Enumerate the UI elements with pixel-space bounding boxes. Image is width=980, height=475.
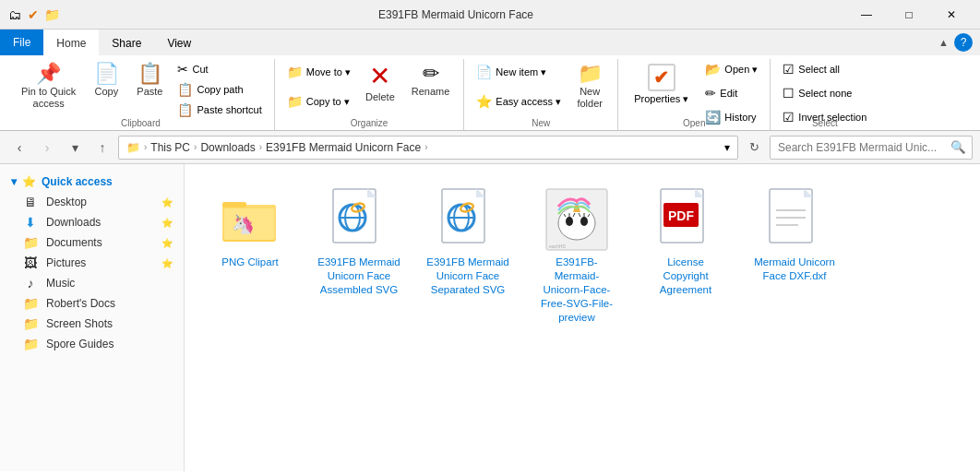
restore-button[interactable]: □ [888, 0, 930, 30]
folder-icon: 📁 [44, 7, 59, 22]
sidebar-item-spore-guides[interactable]: 📁 Spore Guides [0, 334, 184, 354]
up-button[interactable]: ↑ [90, 136, 114, 160]
search-input[interactable] [771, 137, 945, 159]
roberts-docs-icon: 📁 [22, 296, 39, 311]
window-controls: — □ ✕ [845, 0, 973, 30]
select-label: Select [778, 116, 871, 130]
file-item-preview[interactable]: eachHD E391FB-Mermaid-Unicorn-Face-Free-… [526, 179, 627, 333]
properties-label: Properties ▾ [634, 93, 688, 105]
path-this-pc[interactable]: This PC [150, 141, 190, 154]
cut-button[interactable]: ✂ Cut [173, 59, 266, 79]
select-all-icon: ☑ [783, 62, 795, 77]
copy-path-button[interactable]: 📋 Copy path [173, 79, 266, 100]
documents-icon: 📁 [22, 235, 39, 250]
move-to-button[interactable]: 📁 Move to ▾ [282, 62, 355, 82]
recent-locations-button[interactable]: ▾ [63, 136, 87, 160]
copy-icon: 📄 [94, 64, 119, 84]
sidebar-item-downloads[interactable]: ⬇ Downloads ⭐ [0, 212, 184, 232]
tab-file[interactable]: File [0, 30, 43, 55]
sidebar-item-desktop[interactable]: 🖥 Desktop ⭐ [0, 192, 184, 212]
desktop-icon: 🖥 [22, 195, 39, 209]
easy-access-button[interactable]: ⭐ Easy access ▾ [472, 91, 566, 112]
sidebar-item-pictures[interactable]: 🖼 Pictures ⭐ [0, 253, 184, 273]
ribbon-group-open: ✔ Properties ▾ 📂 Open ▾ ✏ Edit 🔄 History… [618, 59, 771, 130]
quick-access-header[interactable]: ▾ ⭐ Quick access [0, 172, 184, 192]
paste-icon: 📋 [137, 64, 162, 84]
tab-share[interactable]: Share [99, 30, 154, 55]
pictures-icon: 🖼 [22, 255, 39, 270]
sidebar-item-label: Robert's Docs [46, 297, 115, 310]
select-content: ☑ Select all ☐ Select none ☑ Invert sele… [778, 59, 871, 116]
sidebar-item-music[interactable]: ♪ Music [0, 273, 184, 293]
sidebar-item-documents[interactable]: 📁 Documents ⭐ [0, 232, 184, 253]
tab-view[interactable]: View [154, 30, 204, 55]
clipboard-small-buttons: ✂ Cut 📋 Copy path 📋 Paste shortcut [173, 59, 266, 114]
organize-label: Organize [282, 116, 457, 130]
quick-access-icon: ⭐ [22, 175, 36, 188]
delete-button[interactable]: ✕ Delete [359, 59, 401, 108]
file-item-assembled-svg[interactable]: E391FB Mermaid Unicorn Face Assembled SV… [308, 179, 410, 333]
open-content: ✔ Properties ▾ 📂 Open ▾ ✏ Edit 🔄 History [626, 59, 762, 116]
path-folder-name[interactable]: E391FB Mermaid Unicorn Face [266, 141, 421, 154]
move-to-icon: 📁 [287, 65, 303, 79]
scissors-icon: ✂ [177, 62, 188, 77]
copy-button[interactable]: 📄 Copy [86, 59, 126, 102]
screen-shots-icon: 📁 [22, 316, 39, 331]
sidebar-item-label: Pictures [46, 256, 86, 269]
paste-button[interactable]: 📋 Paste [130, 59, 169, 102]
collapse-ribbon-button[interactable]: ▲ [938, 37, 949, 48]
quick-access-arrow: ▾ [11, 175, 17, 188]
forward-button[interactable]: › [35, 136, 59, 160]
organize-content: 📁 Move to ▾ 📁 Copy to ▾ ✕ Delete ✏ Renam… [282, 59, 457, 116]
new-label: New [472, 116, 610, 130]
file-label: Mermaid Unicorn Face DXF.dxf [752, 255, 837, 283]
spore-guides-icon: 📁 [22, 337, 39, 351]
copy-to-icon: 📁 [287, 94, 303, 109]
ribbon-group-select: ☑ Select all ☐ Select none ☑ Invert sele… [771, 59, 878, 130]
search-box: 🔍 [770, 136, 973, 160]
minimize-button[interactable]: — [845, 0, 888, 30]
select-all-button[interactable]: ☑ Select all [778, 59, 871, 79]
file-item-png-clipart[interactable]: 🦄 PNG Clipart [199, 179, 301, 333]
select-none-button[interactable]: ☐ Select none [778, 83, 871, 103]
path-dropdown-arrow[interactable]: ▾ [724, 141, 730, 154]
address-path[interactable]: 📁 › This PC › Downloads › E391FB Mermaid… [118, 136, 738, 160]
sidebar-item-roberts-docs[interactable]: 📁 Robert's Docs [0, 293, 184, 314]
pin-indicator: ⭐ [161, 238, 173, 248]
ie-file-svg2 [441, 188, 495, 251]
help-button[interactable]: ? [954, 33, 973, 52]
edit-button[interactable]: ✏ Edit [700, 83, 762, 103]
main-area: ▾ ⭐ Quick access 🖥 Desktop ⭐ ⬇ Downloads… [0, 164, 980, 471]
rename-button[interactable]: ✏ Rename [405, 59, 457, 102]
refresh-button[interactable]: ↻ [742, 136, 766, 160]
close-button[interactable]: ✕ [930, 0, 973, 30]
tab-home[interactable]: Home [43, 30, 99, 55]
pin-indicator: ⭐ [161, 258, 173, 268]
clipboard-label: Clipboard [15, 116, 267, 130]
path-downloads[interactable]: Downloads [200, 141, 255, 154]
back-button[interactable]: ‹ [7, 136, 31, 160]
ribbon-tabs: File Home Share View ▲ ? [0, 30, 980, 55]
file-item-license[interactable]: PDF License Copyright Agreement [635, 179, 736, 333]
file-item-separated-svg[interactable]: E391FB Mermaid Unicorn Face Separated SV… [417, 179, 519, 333]
properties-button[interactable]: ✔ Properties ▾ [626, 59, 697, 110]
sidebar: ▾ ⭐ Quick access 🖥 Desktop ⭐ ⬇ Downloads… [0, 164, 185, 471]
svg-text:🦄: 🦄 [232, 213, 255, 235]
ribbon-group-new: 📄 New item ▾ ⭐ Easy access ▾ 📁 Newfolder… [464, 59, 618, 130]
open-button[interactable]: 📂 Open ▾ [700, 59, 762, 79]
folder-svg-icon: 🦄 [222, 196, 278, 243]
sidebar-item-screen-shots[interactable]: 📁 Screen Shots [0, 314, 184, 334]
search-button[interactable]: 🔍 [945, 140, 972, 154]
ie-file-svg [332, 188, 386, 251]
svg-text:eachHD: eachHD [549, 243, 566, 249]
new-item-button[interactable]: 📄 New item ▾ [472, 62, 566, 82]
preview-svg: eachHD [545, 188, 608, 251]
pin-icon: 📌 [36, 64, 61, 84]
generic-icon-wrap [762, 187, 827, 252]
file-item-dxf[interactable]: Mermaid Unicorn Face DXF.dxf [744, 179, 845, 333]
new-folder-button[interactable]: 📁 Newfolder [569, 59, 610, 114]
copy-to-button[interactable]: 📁 Copy to ▾ [282, 91, 355, 112]
svg-point-23 [580, 217, 588, 226]
pin-to-quick-access-button[interactable]: 📌 Pin to Quickaccess [15, 59, 82, 114]
sidebar-item-label: Spore Guides [46, 338, 114, 350]
